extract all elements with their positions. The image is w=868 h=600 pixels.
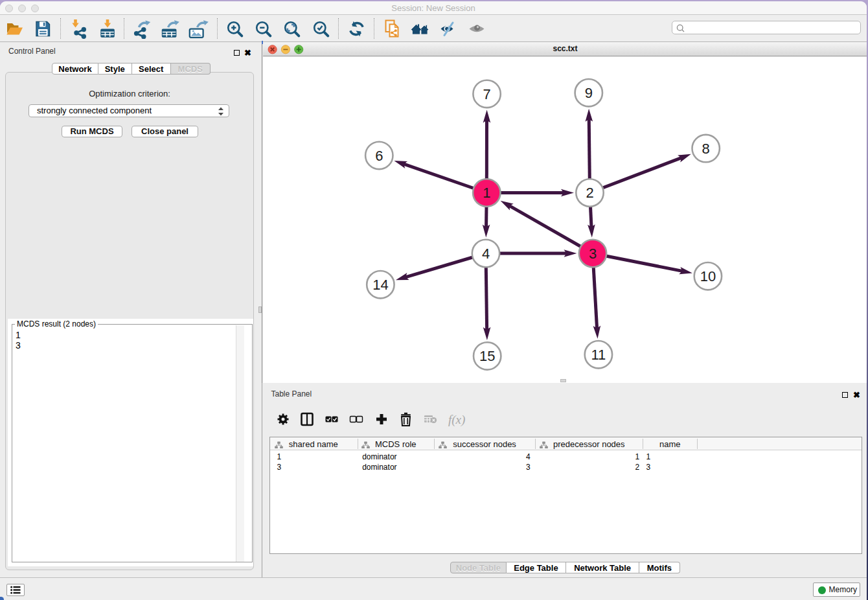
- svg-text:6: 6: [375, 148, 383, 164]
- svg-text:1: 1: [483, 185, 490, 201]
- svg-text:8: 8: [702, 141, 710, 157]
- svg-text:11: 11: [591, 347, 606, 363]
- svg-text:2: 2: [586, 185, 593, 201]
- svg-text:15: 15: [479, 348, 495, 364]
- svg-text:7: 7: [483, 86, 490, 102]
- svg-text:4: 4: [482, 246, 490, 262]
- svg-text:10: 10: [700, 268, 716, 284]
- svg-text:3: 3: [589, 246, 597, 262]
- svg-text:9: 9: [585, 85, 593, 101]
- svg-text:14: 14: [372, 277, 388, 293]
